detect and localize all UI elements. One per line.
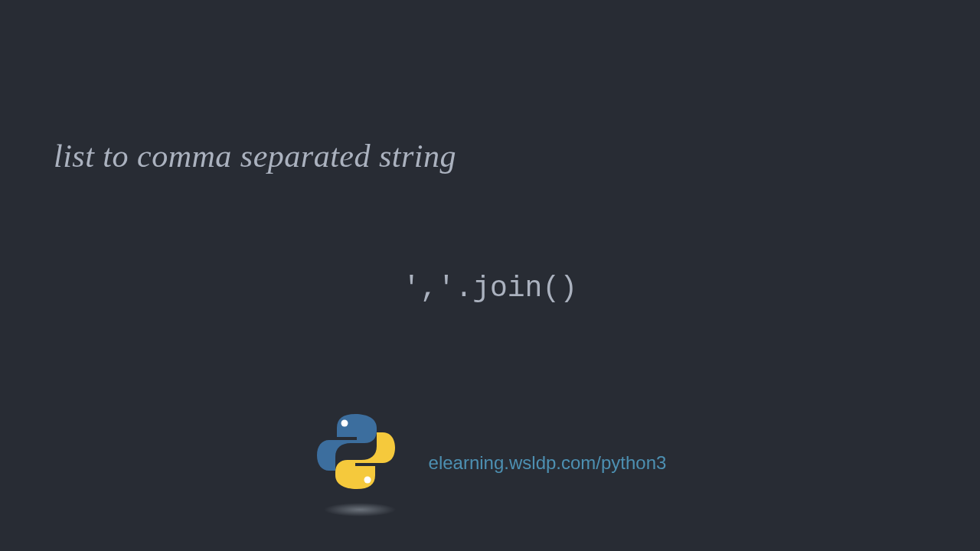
slide: list to comma separated string ','.join(… (0, 0, 980, 551)
python-logo-icon (314, 409, 406, 517)
slide-title: list to comma separated string (54, 138, 456, 174)
code-snippet: ','.join() (403, 272, 577, 305)
svg-point-1 (364, 477, 371, 484)
footer: elearning.wsldp.com/python3 (0, 409, 980, 517)
logo-shadow (323, 503, 396, 517)
svg-point-0 (341, 420, 348, 427)
course-url: elearning.wsldp.com/python3 (429, 452, 667, 474)
